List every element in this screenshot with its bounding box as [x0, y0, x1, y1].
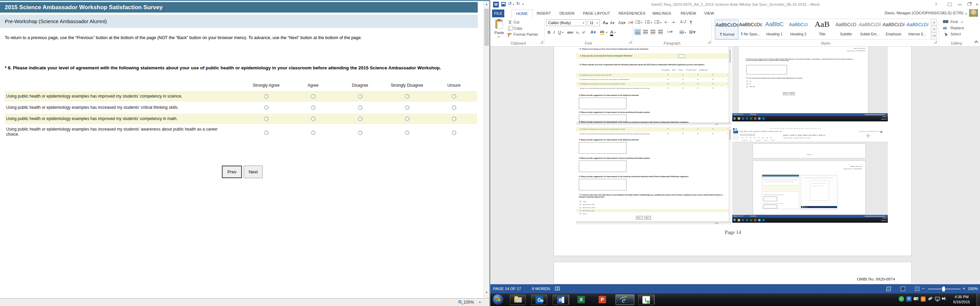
- shrink-font-icon[interactable]: A▾: [610, 21, 614, 25]
- radio-button[interactable]: [358, 117, 363, 121]
- taskbar-clock[interactable]: 4:36 PM 6/16/2015: [948, 295, 975, 304]
- style-title[interactable]: AaBTitle: [811, 20, 834, 40]
- radio-button[interactable]: [311, 105, 315, 110]
- clipboard-dialog-launcher[interactable]: [540, 40, 543, 43]
- style-normal[interactable]: AaBbCcDc¶ Normal: [715, 20, 738, 40]
- bullets-icon[interactable]: [635, 20, 641, 24]
- redo-button[interactable]: ↻: [516, 1, 520, 6]
- radio-button[interactable]: [405, 117, 409, 121]
- tab-references[interactable]: REFERENCES: [619, 10, 643, 17]
- radio-button[interactable]: [358, 130, 363, 135]
- cut-button[interactable]: Cut: [514, 20, 519, 24]
- radio-button[interactable]: [405, 130, 409, 135]
- zoom-in-button[interactable]: +: [963, 286, 966, 291]
- radio-button[interactable]: [264, 130, 269, 135]
- radio-button[interactable]: [311, 94, 315, 98]
- radio-button[interactable]: [358, 105, 363, 110]
- find-button[interactable]: Find: [950, 20, 958, 24]
- tab-page-layout[interactable]: PAGE LAYOUT: [583, 10, 610, 17]
- copy-icon[interactable]: [508, 27, 511, 30]
- change-case-icon[interactable]: Aa▾: [618, 21, 625, 25]
- cut-icon[interactable]: [508, 20, 511, 24]
- undo-caret-icon[interactable]: ▾: [513, 3, 514, 6]
- tray-app-icon[interactable]: ✓: [899, 296, 904, 301]
- shading-icon[interactable]: [679, 30, 684, 34]
- style-emphasis[interactable]: AaBbCcDiEmphasis: [882, 20, 905, 40]
- radio-button[interactable]: [405, 94, 409, 98]
- font-size-select[interactable]: 11: [588, 19, 600, 26]
- start-button[interactable]: [492, 294, 504, 305]
- tab-home[interactable]: HOME: [511, 10, 533, 17]
- print-layout-icon[interactable]: [899, 286, 907, 292]
- style-subtitle[interactable]: AaBbCcDSubtitle: [834, 20, 858, 40]
- paste-button[interactable]: Paste ▾: [493, 19, 505, 42]
- embedded-screenshot-survey-q2-q6[interactable]: * 2. Thank you for being our first cohor…: [576, 47, 731, 125]
- help-button[interactable]: ?: [935, 2, 937, 7]
- minimize-button[interactable]: [958, 5, 962, 5]
- line-spacing-icon[interactable]: ↕≡▾: [667, 30, 672, 34]
- radio-button[interactable]: [358, 94, 363, 98]
- radio-button[interactable]: [264, 105, 269, 110]
- embedded-screenshot-desktop-page12[interactable]: OMB No. 0920-0974 Expiration Date: XX/XX…: [732, 47, 888, 121]
- tab-mailings[interactable]: MAILINGS: [652, 10, 672, 17]
- style-heading2[interactable]: AaBbCcIHeading 2: [787, 20, 810, 40]
- superscript-icon[interactable]: x²: [582, 30, 585, 34]
- radio-button[interactable]: [311, 117, 315, 121]
- bold-icon[interactable]: B: [547, 30, 550, 35]
- embedded-screenshot-desktop-page13[interactable]: GenIC Req_0920-0975_Att_2_2015 Science A…: [732, 127, 888, 223]
- paragraph-dialog-launcher[interactable]: [708, 40, 711, 43]
- user-account[interactable]: Davis, Meagan (CDC/OPHSS/CSELS) (CTR): [874, 11, 963, 15]
- restore-button[interactable]: [967, 3, 971, 6]
- styles-scroll-up[interactable]: ▲: [931, 19, 937, 25]
- user-caret-icon[interactable]: ▾: [966, 12, 967, 15]
- undo-button[interactable]: ↺: [508, 1, 512, 6]
- copy-button[interactable]: Copy: [514, 26, 522, 30]
- styles-scroll-down[interactable]: ▼: [931, 25, 937, 32]
- zoom-out-button[interactable]: −: [922, 285, 924, 291]
- radio-button[interactable]: [452, 130, 456, 135]
- highlight-color-icon[interactable]: ab: [600, 30, 605, 35]
- tray-usb-icon[interactable]: [928, 296, 932, 300]
- qat-customize-icon[interactable]: ▾: [522, 3, 524, 6]
- close-button[interactable]: ×: [975, 2, 978, 7]
- show-paragraph-marks-icon[interactable]: ¶: [690, 20, 692, 25]
- taskbar-word-button[interactable]: W: [553, 295, 569, 305]
- underline-icon[interactable]: U: [558, 30, 561, 35]
- radio-button[interactable]: [405, 105, 409, 110]
- style-subtle-emphasis[interactable]: AaBbCcDiSubtle Em...: [858, 20, 881, 40]
- tab-design[interactable]: DESIGN: [559, 10, 573, 17]
- radio-button[interactable]: [452, 117, 456, 121]
- radio-button[interactable]: [311, 130, 315, 135]
- collapse-ribbon-icon[interactable]: [974, 40, 978, 44]
- select-button[interactable]: Select: [950, 32, 961, 36]
- style-intense-emphasis[interactable]: AaBbCcDiIntense E...: [906, 20, 929, 40]
- show-desktop-button[interactable]: [977, 293, 980, 306]
- zoom-caret-icon[interactable]: ▾: [479, 301, 481, 304]
- browser-zoom-level[interactable]: 100%: [463, 300, 474, 304]
- scrollbar-thumb[interactable]: [485, 9, 488, 46]
- italic-icon[interactable]: I: [553, 30, 555, 35]
- justify-icon[interactable]: [658, 30, 663, 34]
- read-mode-icon[interactable]: [885, 286, 893, 292]
- save-button[interactable]: [501, 2, 506, 6]
- tab-review[interactable]: REVIEW: [680, 10, 697, 17]
- tray-shield-icon[interactable]: +: [921, 296, 926, 301]
- ribbon-display-options-button[interactable]: [948, 3, 952, 6]
- style-heading1[interactable]: AaBbCHeading 1: [763, 20, 786, 40]
- grow-font-icon[interactable]: A▴: [603, 20, 608, 25]
- tab-insert[interactable]: INSERT: [537, 10, 550, 17]
- font-name-select[interactable]: Calibri (Body): [546, 19, 586, 26]
- taskbar-ie-button[interactable]: e: [616, 295, 634, 305]
- font-dialog-launcher[interactable]: [628, 40, 632, 43]
- scroll-up-icon[interactable]: ▲: [485, 3, 488, 6]
- increase-indent-icon[interactable]: ⇥: [671, 20, 675, 24]
- taskbar-lync-button[interactable]: L: [638, 295, 654, 305]
- align-right-icon[interactable]: [651, 30, 655, 34]
- styles-more-button[interactable]: ≡▼: [931, 32, 937, 40]
- radio-button[interactable]: [452, 94, 456, 98]
- tab-file[interactable]: FILE: [492, 10, 504, 17]
- style-no-spacing[interactable]: AaBbCcDc¶ No Spac...: [739, 20, 762, 40]
- radio-button[interactable]: [452, 105, 456, 110]
- zoom-slider-thumb[interactable]: [942, 287, 945, 292]
- radio-button[interactable]: [264, 94, 269, 98]
